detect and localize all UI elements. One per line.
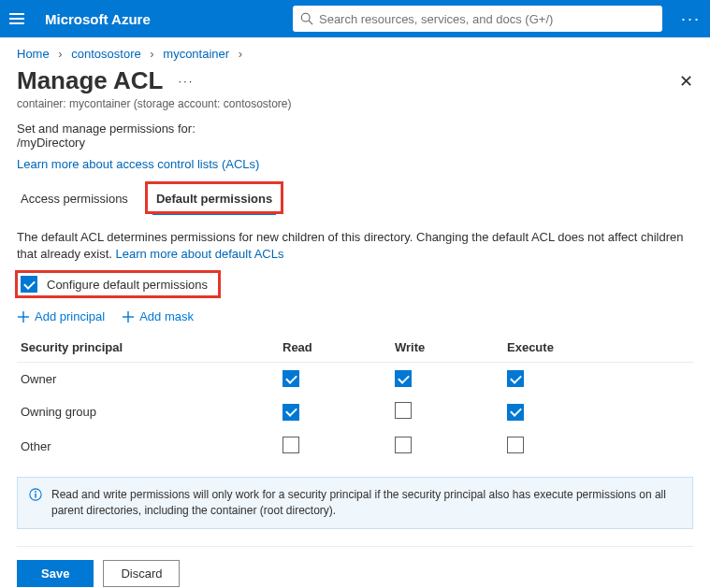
plus-icon bbox=[122, 310, 135, 323]
svg-rect-8 bbox=[35, 494, 36, 498]
footer-buttons: Save Discard bbox=[17, 560, 693, 587]
learn-acls-link[interactable]: Learn more about access control lists (A… bbox=[17, 157, 259, 171]
page-title: Manage ACL bbox=[17, 66, 164, 95]
close-button[interactable]: ✕ bbox=[679, 71, 693, 92]
svg-point-7 bbox=[35, 491, 36, 493]
table-row: Owning group bbox=[17, 394, 693, 429]
principal-name: Owning group bbox=[21, 405, 283, 419]
chevron-right-icon: › bbox=[58, 47, 62, 61]
other-write-checkbox[interactable] bbox=[395, 437, 412, 453]
search-input[interactable] bbox=[319, 12, 655, 26]
divider bbox=[17, 546, 693, 547]
add-principal-label: Add principal bbox=[35, 309, 105, 323]
chevron-right-icon: › bbox=[239, 47, 242, 61]
page-header: Manage ACL ··· ✕ bbox=[0, 61, 710, 97]
header-more-button[interactable]: ··· bbox=[179, 74, 195, 88]
principal-name: Owner bbox=[21, 372, 283, 386]
learn-default-acls-link[interactable]: Learn more about default ACLs bbox=[116, 247, 284, 261]
configure-default-label: Configure default permissions bbox=[47, 278, 208, 292]
owner-write-checkbox[interactable] bbox=[395, 370, 412, 387]
top-more-button[interactable]: ··· bbox=[681, 9, 701, 29]
discard-button[interactable]: Discard bbox=[103, 560, 180, 587]
add-mask-button[interactable]: Add mask bbox=[122, 309, 194, 323]
configure-default-checkbox[interactable] bbox=[21, 276, 37, 293]
search-icon bbox=[300, 12, 313, 25]
tab-access-permissions[interactable]: Access permissions bbox=[17, 184, 132, 215]
brand-label: Microsoft Azure bbox=[45, 11, 151, 27]
other-read-checkbox[interactable] bbox=[283, 437, 299, 453]
other-execute-checkbox[interactable] bbox=[507, 437, 524, 453]
group-execute-checkbox[interactable] bbox=[507, 404, 524, 421]
col-read: Read bbox=[283, 340, 395, 354]
breadcrumb-storage[interactable]: contosostore bbox=[71, 47, 140, 61]
svg-line-1 bbox=[309, 21, 312, 24]
default-acl-description: The default ACL determines permissions f… bbox=[17, 229, 693, 263]
table-row: Owner bbox=[17, 363, 693, 394]
breadcrumb-container[interactable]: mycontainer bbox=[163, 47, 229, 61]
col-principal: Security principal bbox=[21, 340, 283, 354]
group-write-checkbox[interactable] bbox=[395, 402, 412, 419]
col-write: Write bbox=[395, 340, 507, 354]
add-mask-label: Add mask bbox=[139, 309, 194, 323]
info-text: Read and write permissions will only wor… bbox=[51, 487, 681, 519]
info-box: Read and write permissions will only wor… bbox=[17, 477, 693, 529]
directory-path: /myDirectory bbox=[17, 136, 693, 150]
breadcrumb-home[interactable]: Home bbox=[17, 47, 50, 61]
tabs: Access permissions Default permissions bbox=[17, 184, 693, 216]
group-read-checkbox[interactable] bbox=[283, 404, 299, 421]
hamburger-menu-icon[interactable] bbox=[9, 13, 28, 24]
owner-execute-checkbox[interactable] bbox=[507, 370, 524, 387]
page-subtitle: container: mycontainer (storage account:… bbox=[0, 97, 710, 122]
configure-default-row: Configure default permissions bbox=[17, 272, 219, 296]
info-icon bbox=[29, 488, 42, 501]
global-search[interactable] bbox=[293, 6, 662, 32]
set-permissions-label: Set and manage permissions for: bbox=[17, 122, 693, 136]
chevron-right-icon: › bbox=[150, 47, 153, 61]
col-execute: Execute bbox=[507, 340, 619, 354]
add-principal-button[interactable]: Add principal bbox=[17, 309, 105, 323]
svg-point-0 bbox=[301, 13, 310, 22]
principal-name: Other bbox=[21, 439, 283, 453]
breadcrumb: Home › contosostore › mycontainer › bbox=[0, 37, 710, 61]
tab-default-permissions[interactable]: Default permissions bbox=[152, 184, 276, 215]
top-bar: Microsoft Azure ··· bbox=[0, 0, 710, 37]
owner-read-checkbox[interactable] bbox=[283, 370, 299, 387]
table-header: Security principal Read Write Execute bbox=[17, 333, 693, 363]
table-row: Other bbox=[17, 429, 693, 464]
permissions-table: Security principal Read Write Execute Ow… bbox=[17, 333, 693, 477]
save-button[interactable]: Save bbox=[17, 560, 94, 587]
plus-icon bbox=[17, 310, 30, 323]
principal-actions: Add principal Add mask bbox=[17, 309, 693, 323]
